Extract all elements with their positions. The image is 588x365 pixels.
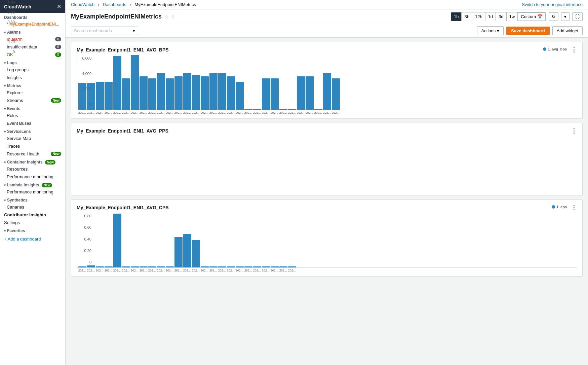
chart1-bar-17 (227, 76, 235, 110)
chart1-x-axis: 202...202...202...202...202...202...202.… (78, 110, 577, 114)
chart1-bar-9 (157, 73, 165, 110)
chart3-title: My_Example_Endpoint1_ENI1_AVG_CPS (77, 205, 169, 210)
dashboard-title: MyExampleEndpointENIMetrics (71, 13, 162, 20)
chart1-bar-27 (314, 109, 322, 110)
chart3-bar-11 (174, 237, 183, 267)
sidebar: CloudWatch ✕ Dashboards * MyExampleEndpo… (0, 0, 66, 365)
chart1-bar-15 (209, 73, 218, 110)
breadcrumb-dashboards[interactable]: Dashboards (103, 2, 126, 7)
chart3-bar-19 (244, 266, 252, 267)
chart3-bar-2 (96, 266, 104, 267)
main-content: CloudWatch › Dashboards › MyExampleEndpo… (66, 0, 588, 365)
breadcrumb-current: MyExampleEndpointENIMetrics (134, 2, 196, 7)
sidebar-section-events[interactable]: ▾ Events (0, 104, 65, 112)
time-range-group: 1h 3h 12h 1d 3d 1w Custom 📅 (451, 12, 546, 21)
time-btn-1w[interactable]: 1w (507, 12, 518, 21)
sidebar-section-lambda-insights[interactable]: ▾ Lambda Insights New (0, 181, 65, 188)
sidebar-item-contributor-insights[interactable]: Contributor Insights (0, 211, 65, 219)
chart1-menu-button[interactable]: ⋮ (571, 46, 577, 53)
chart3-bar-0 (78, 266, 86, 267)
custom-time-button[interactable]: Custom 📅 (518, 12, 546, 21)
actions-dropdown-icon: ▾ (497, 28, 499, 33)
chart1-bar-22 (271, 78, 279, 110)
chart1-bar-12 (183, 73, 191, 110)
sidebar-item-rules[interactable]: Rules (0, 112, 65, 119)
chart1-bar-10 (166, 78, 174, 110)
sidebar-section-synthetics[interactable]: ▾ Synthetics (0, 196, 65, 203)
sidebar-section-logs[interactable]: ▾ Logs (0, 59, 65, 66)
chart3-bar-12 (183, 234, 191, 267)
chart3-bar-22 (271, 266, 279, 267)
dashboard-header: MyExampleEndpointENIMetrics ☆ ☾ 1h 3h 12… (66, 9, 588, 24)
chart1-bar-3 (105, 82, 113, 110)
search-dashboards-box[interactable]: Search dashboards ▾ (71, 27, 138, 35)
chart1-bar-13 (192, 75, 200, 110)
time-btn-1d[interactable]: 1d (485, 12, 496, 21)
moon-icon[interactable]: ☾ (171, 14, 176, 20)
chart3-bar-18 (236, 266, 244, 267)
switch-interface-link[interactable]: Switch to your original interface (522, 2, 583, 7)
add-dashboard-button[interactable]: + Add a dashboard (0, 234, 65, 244)
chart3-bar-20 (253, 266, 261, 267)
chart3-wrapper: 0.80 0.60 0.40 0.20 0 202...202...202...… (77, 214, 577, 272)
sidebar-section-metrics[interactable]: ▾ Metrics (0, 81, 65, 89)
time-btn-1h[interactable]: 1h (451, 12, 462, 21)
star-icon[interactable]: ☆ (164, 14, 169, 20)
chart1-legend-dot (543, 47, 546, 51)
chart3-bar-6 (131, 266, 139, 267)
chart1-bar-24 (288, 109, 296, 110)
sidebar-item-resources[interactable]: Resources (0, 165, 65, 173)
chart3-bar-3 (105, 266, 113, 267)
chart3-bar-21 (262, 266, 270, 267)
chart3-menu-button[interactable]: ⋮ (571, 204, 577, 211)
chart3-legend: 1. cps (552, 205, 567, 209)
refresh-button[interactable]: ↻ (549, 12, 558, 21)
chart1-bar-19 (244, 109, 252, 110)
chart3-x-axis: 202...202...202...202...202...202...202.… (78, 268, 577, 272)
time-btn-3h[interactable]: 3h (462, 12, 472, 21)
sidebar-item-performance-monitoring-container[interactable]: Performance monitoring (0, 173, 65, 181)
chart1-bar-4 (113, 56, 121, 110)
chart3-bar-13 (192, 240, 200, 267)
chart1-bar-14 (201, 76, 209, 110)
sidebar-item-log-groups[interactable]: Log groups (0, 66, 65, 74)
chart1-bar-7 (140, 76, 148, 110)
save-dashboard-button[interactable]: Save dashboard (506, 27, 549, 35)
chart1-bar-20 (253, 109, 261, 110)
chart1-bar-29 (332, 78, 340, 110)
sidebar-item-traces[interactable]: Traces (0, 142, 65, 150)
fullscreen-button[interactable]: ⛶ (572, 12, 583, 21)
sidebar-section-servicelens[interactable]: ▾ ServiceLens (0, 127, 65, 135)
sidebar-item-settings[interactable]: Settings (0, 219, 65, 226)
chart3-bar-10 (166, 266, 174, 267)
breadcrumb-cloudwatch[interactable]: CloudWatch (71, 2, 94, 7)
refresh-dropdown-button[interactable]: ▾ (561, 12, 570, 21)
sidebar-item-event-buses[interactable]: Event Buses (0, 119, 65, 127)
sidebar-item-performance-monitoring-lambda[interactable]: Performance monitoring (0, 188, 65, 196)
sidebar-close-button[interactable]: ✕ (57, 3, 61, 10)
sidebar-item-streams[interactable]: Streams New (0, 97, 65, 104)
sidebar-item-service-map[interactable]: Service Map (0, 135, 65, 142)
chart1-bar-21 (262, 78, 270, 110)
chart1-bar-28 (323, 73, 331, 110)
chart2-empty (78, 137, 577, 191)
time-btn-12h[interactable]: 12h (472, 12, 485, 21)
charts-area: My_Example_Endpoint1_ENI1_AVG_BPS 1. avg… (66, 38, 588, 365)
chart1-y-axis: 6,000 4,000 2,000 0 (77, 56, 93, 106)
chart2-menu-button[interactable]: ⋮ (571, 127, 577, 135)
chart3-bar-4 (113, 214, 121, 267)
sidebar-item-resource-health[interactable]: Resource Health New (0, 150, 65, 158)
chart1-bar-26 (306, 76, 314, 110)
sidebar-item-insights[interactable]: Insights (0, 74, 65, 81)
actions-button[interactable]: Actions ▾ (477, 26, 504, 35)
time-btn-3d[interactable]: 3d (496, 12, 506, 21)
sidebar-item-canaries[interactable]: Canaries (0, 203, 65, 211)
sidebar-section-favorites[interactable]: ▾ Favorites (0, 226, 65, 234)
chart1-wrapper: 6,000 4,000 2,000 0 202...202...202...20… (77, 56, 577, 114)
chart2-title: My_Example_Endpoint1_ENI1_AVG_PPS (77, 128, 168, 134)
add-widget-button[interactable]: Add widget (552, 26, 583, 35)
sidebar-item-explorer[interactable]: Explorer (0, 89, 65, 97)
chart3-bar-23 (279, 266, 287, 267)
sidebar-section-container-insights[interactable]: ▾ Container Insights New (0, 158, 65, 165)
chart1-bar-18 (236, 82, 244, 110)
